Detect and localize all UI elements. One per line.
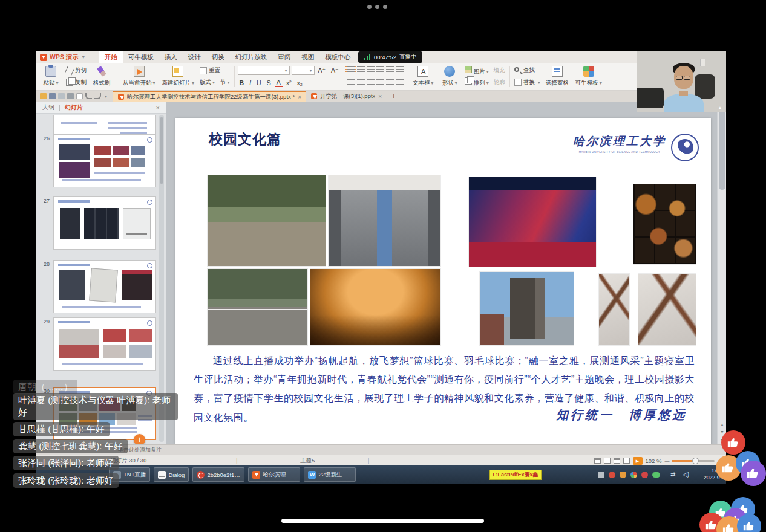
document-tab-current[interactable]: 哈尔滨理工大学测控技术与通信工程学院22级新生第一课(3).pptx * × bbox=[113, 91, 306, 102]
wps-app-menu[interactable]: WPS 演示 ▾ bbox=[40, 53, 85, 62]
photo-winter-branch-small[interactable] bbox=[599, 274, 629, 345]
align-right-icon[interactable] bbox=[367, 79, 375, 86]
slide-thumbnail-28[interactable] bbox=[53, 260, 156, 313]
export-icon[interactable] bbox=[58, 93, 65, 99]
paste-button[interactable]: 粘贴▾ bbox=[39, 65, 63, 88]
slide-title[interactable]: 校园文化篇 bbox=[209, 130, 281, 149]
photo-night-collage[interactable] bbox=[633, 184, 696, 264]
text-direction-icon[interactable] bbox=[396, 79, 404, 86]
save-icon[interactable] bbox=[49, 93, 56, 99]
close-tab-icon[interactable]: × bbox=[378, 93, 382, 100]
replace-button[interactable]: 替换▾ bbox=[513, 79, 542, 86]
speaker-icon[interactable]: ◁) bbox=[683, 471, 689, 478]
reading-view-icon[interactable] bbox=[614, 458, 620, 464]
outline-button[interactable]: 轮廓 bbox=[494, 79, 505, 86]
increase-font-button[interactable]: A⁺ bbox=[316, 66, 328, 74]
ribbon-tab-keniu[interactable]: 可牛模板 bbox=[123, 51, 159, 63]
ribbon-tab-design[interactable]: 设计 bbox=[183, 51, 206, 63]
tray-red-icon[interactable] bbox=[609, 472, 615, 478]
columns-icon[interactable] bbox=[396, 66, 404, 74]
taskbar-item-dialog[interactable]: Dialog bbox=[154, 467, 189, 482]
redo-icon[interactable] bbox=[94, 93, 101, 99]
collapse-webcam-icon[interactable]: ▲ bbox=[718, 105, 722, 111]
open-icon[interactable] bbox=[40, 93, 47, 99]
photo-badminton-court[interactable] bbox=[208, 269, 307, 345]
align-left-icon[interactable] bbox=[347, 79, 355, 86]
presenter-webcam[interactable]: ▲ bbox=[637, 51, 726, 112]
zoom-slider-knob[interactable] bbox=[692, 458, 699, 464]
justify-icon[interactable] bbox=[376, 79, 384, 86]
tray-mail-icon[interactable] bbox=[598, 472, 604, 478]
new-tab-button[interactable]: + bbox=[387, 92, 401, 100]
tray-browser-icon[interactable] bbox=[630, 472, 637, 478]
ribbon-tab-home[interactable]: 开始 bbox=[99, 51, 123, 63]
indent-increase-icon[interactable] bbox=[376, 66, 384, 74]
photo-dormitory[interactable] bbox=[329, 175, 440, 266]
play-from-current-button[interactable]: 从当前开始▾ bbox=[120, 65, 158, 88]
ribbon-tab-review[interactable]: 审阅 bbox=[272, 51, 296, 63]
ribbon-tab-view[interactable]: 视图 bbox=[296, 51, 319, 63]
italic-button[interactable]: I bbox=[247, 79, 253, 86]
close-panel-icon[interactable]: × bbox=[156, 104, 160, 111]
taskbar-item-hash-file[interactable]: 2b2b0e2f1ef04... bbox=[192, 467, 244, 482]
panel-scrollbar-thumb[interactable] bbox=[160, 117, 163, 184]
home-indicator[interactable] bbox=[281, 519, 484, 523]
tray-dot-icon[interactable] bbox=[641, 472, 648, 478]
slide-30[interactable]: 校园文化篇 哈尔滨理工大学 HARBIN UNIVERSITY OF SCIEN… bbox=[175, 118, 711, 444]
caret-down-icon[interactable]: ▾ bbox=[105, 94, 107, 99]
ribbon-tab-slideshow[interactable]: 幻灯片放映 bbox=[230, 51, 273, 63]
textbox-button[interactable]: 文本框▾ bbox=[410, 65, 436, 88]
strikethrough-button[interactable]: S bbox=[265, 79, 273, 86]
taskbar-item-word[interactable]: W 22级新生入学教... bbox=[304, 467, 356, 482]
find-button[interactable]: 查找 bbox=[513, 66, 542, 74]
tray-pill-icon[interactable] bbox=[652, 472, 660, 478]
bullets-icon[interactable] bbox=[347, 66, 355, 74]
fill-button[interactable]: 填充 bbox=[494, 66, 505, 74]
picture-button[interactable]: 图片▾ bbox=[465, 66, 489, 76]
close-tab-icon[interactable]: × bbox=[298, 94, 301, 100]
cut-button[interactable]: 剪切 bbox=[65, 66, 88, 74]
arrange-button[interactable]: 排列▾ bbox=[465, 77, 489, 87]
new-slide-button[interactable]: 新建幻灯片▾ bbox=[160, 65, 197, 88]
font-size-select[interactable]: ▾ bbox=[292, 66, 315, 75]
font-family-select[interactable]: ▾ bbox=[238, 66, 290, 75]
copy-button[interactable]: 复制 bbox=[65, 79, 88, 86]
ribbon-tab-insert[interactable]: 插入 bbox=[159, 51, 183, 63]
ribbon-tab-template-center[interactable]: 模板中心 bbox=[319, 51, 356, 63]
shapes-button[interactable]: 形状▾ bbox=[437, 65, 462, 88]
section-button[interactable]: 节▾ bbox=[220, 79, 230, 86]
layout-button[interactable]: 版式▾ bbox=[200, 79, 215, 86]
photo-stage-gala[interactable] bbox=[469, 177, 596, 267]
superscript-button[interactable]: x² bbox=[284, 79, 293, 86]
zoom-out-button[interactable]: — bbox=[664, 458, 669, 464]
selection-pane-button[interactable]: 选择窗格 bbox=[543, 65, 571, 88]
format-painter-button[interactable]: 格式刷 bbox=[90, 65, 114, 88]
ribbon-tab-transition[interactable]: 切换 bbox=[206, 51, 230, 63]
normal-view-icon[interactable] bbox=[594, 458, 601, 464]
outline-view-icon[interactable] bbox=[623, 458, 630, 464]
tab-outline[interactable]: 大纲 bbox=[42, 103, 54, 112]
indent-decrease-icon[interactable] bbox=[367, 66, 375, 74]
slideshow-play-button[interactable]: ▶ bbox=[633, 457, 643, 465]
tray-shield-icon[interactable] bbox=[620, 472, 626, 478]
overlay-handle-dots[interactable] bbox=[367, 5, 387, 9]
undo-icon[interactable] bbox=[85, 93, 92, 99]
photo-winter-branch-large[interactable] bbox=[638, 274, 696, 345]
notes-bar[interactable]: 单击此处添加备注 bbox=[36, 444, 726, 455]
font-color-button[interactable]: A bbox=[275, 79, 283, 87]
subscript-button[interactable]: x₂ bbox=[295, 79, 304, 86]
scrollbar-thumb[interactable] bbox=[719, 111, 725, 190]
keniu-template-button[interactable]: 可牛模板▾ bbox=[573, 65, 604, 88]
document-tab-other[interactable]: 开学第一课(3)(1).pptx × bbox=[306, 91, 387, 102]
slide-thumbnail-26[interactable] bbox=[53, 134, 156, 187]
canvas-scrollbar[interactable]: ▲ ▲ ▼ ▼ bbox=[717, 102, 726, 444]
decrease-font-button[interactable]: A⁻ bbox=[329, 66, 341, 74]
photo-basketball-court[interactable] bbox=[208, 175, 326, 266]
align-center-icon[interactable] bbox=[357, 79, 365, 86]
slide-sorter-icon[interactable] bbox=[604, 458, 611, 464]
slide-thumbnail-29[interactable] bbox=[53, 317, 156, 371]
photo-campus-building[interactable] bbox=[480, 272, 574, 345]
underline-button[interactable]: U bbox=[255, 79, 263, 86]
bold-button[interactable]: B bbox=[238, 79, 246, 86]
taskbar-item-wps[interactable]: 哈尔滨理工大学... bbox=[248, 467, 300, 482]
